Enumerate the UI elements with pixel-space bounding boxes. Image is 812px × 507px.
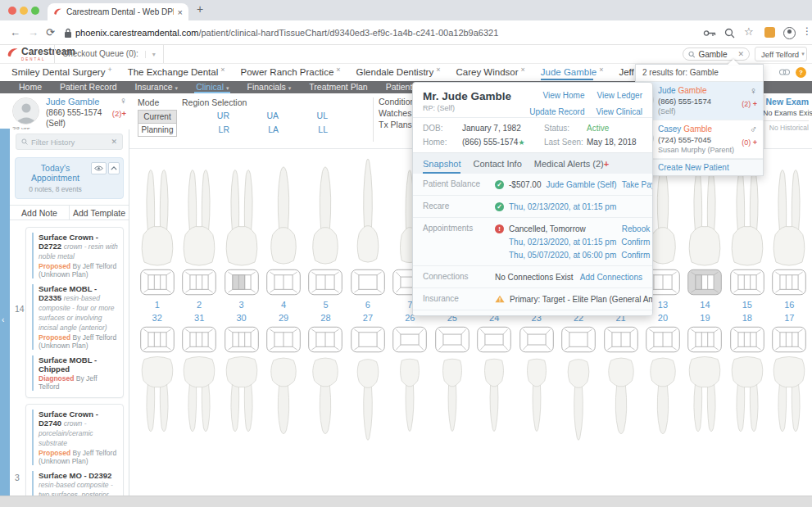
patient-tab-smiley-dental-surgery[interactable]: Smiley Dental Surgery+ (11, 66, 112, 81)
visibility-toggle-button[interactable] (91, 162, 107, 174)
horizontal-scrollbar[interactable] (0, 496, 812, 507)
lower-occlusal-surface[interactable] (601, 324, 641, 355)
nav-item-financials[interactable]: Financials▾ (238, 81, 300, 93)
lower-occlusal-surface[interactable] (685, 324, 724, 355)
password-key-icon[interactable] (703, 29, 716, 37)
lower-occlusal-surface[interactable] (517, 324, 556, 355)
history-item[interactable]: Surface Crown - D2722 crown - resin with… (32, 233, 119, 278)
patient-name-link[interactable]: Jude Gamble (46, 97, 99, 106)
forward-icon[interactable]: → (28, 20, 39, 45)
region-ll-link[interactable]: LL (300, 124, 328, 134)
history-item[interactable]: Surface Crown - D2740 crown - porcelain/… (32, 410, 119, 465)
region-ua-link[interactable]: UA (251, 111, 279, 120)
card-tab-medical-alerts-2-[interactable]: Medical Alerts (2)+ (534, 159, 609, 174)
add-icon[interactable]: + (107, 66, 111, 74)
lower-occlusal-surface[interactable] (643, 324, 683, 355)
patient-tab-power-ranch-practice[interactable]: Power Ranch Practice× (241, 66, 341, 81)
upper-tooth-number[interactable]: 3 (239, 298, 244, 311)
upper-tooth-number[interactable]: 6 (365, 298, 370, 311)
region-ul-link[interactable]: UL (300, 111, 328, 120)
upper-occlusal-surface[interactable] (728, 267, 767, 298)
lower-occlusal-surface[interactable] (222, 324, 261, 355)
bookmark-star-icon[interactable]: ☆ (744, 25, 754, 38)
nav-item-patient-record[interactable]: Patient Record (51, 81, 125, 93)
lower-occlusal-surface[interactable] (348, 324, 388, 355)
card-tab-snapshot[interactable]: Snapshot (423, 159, 460, 174)
upper-occlusal-surface[interactable] (222, 267, 261, 298)
help-icon[interactable]: ? (796, 67, 806, 78)
upper-occlusal-surface[interactable] (306, 267, 345, 298)
lower-occlusal-surface[interactable] (474, 324, 514, 355)
upper-occlusal-surface[interactable] (264, 267, 303, 298)
lower-occlusal-surface[interactable] (264, 324, 303, 355)
lower-occlusal-surface[interactable] (559, 324, 598, 355)
filter-history-box[interactable]: ✕ (16, 134, 123, 150)
lower-occlusal-surface[interactable] (138, 324, 177, 355)
search-input[interactable] (698, 50, 734, 59)
history-item[interactable]: Surface MOBL - ChippedDiagnosed By Jeff … (32, 355, 119, 391)
upper-tooth-number[interactable]: 4 (281, 298, 286, 311)
lower-occlusal-surface[interactable] (769, 324, 809, 355)
view-ledger-link[interactable]: View Ledger (597, 91, 642, 100)
nav-item-insurance[interactable]: Insurance▾ (125, 81, 187, 93)
add-connections-link[interactable]: Add Connections (580, 273, 642, 282)
region-ur-link[interactable]: UR (202, 111, 229, 120)
lower-tooth-number[interactable]: 18 (742, 311, 752, 324)
extension-icon[interactable] (764, 27, 775, 38)
view-home-link[interactable]: View Home (543, 91, 585, 100)
lower-occlusal-surface[interactable] (433, 324, 472, 355)
lower-occlusal-surface[interactable] (728, 324, 767, 355)
patient-search-box[interactable]: ✕ (683, 48, 750, 61)
lower-tooth-number[interactable]: 19 (700, 311, 710, 324)
zoom-icon[interactable] (724, 28, 735, 38)
upper-occlusal-surface[interactable] (138, 267, 177, 298)
new-exam-link[interactable]: New Exam (763, 97, 809, 106)
lower-occlusal-surface[interactable] (179, 324, 219, 355)
lower-tooth-number[interactable]: 27 (363, 311, 373, 324)
medical-alerts-badge[interactable]: (2)+ (112, 109, 126, 118)
link-icon[interactable] (779, 69, 790, 75)
lower-occlusal-surface[interactable] (390, 324, 429, 355)
lower-tooth-number[interactable]: 32 (152, 311, 162, 324)
clear-filter-icon[interactable]: ✕ (111, 138, 117, 146)
minimize-window-button[interactable] (20, 7, 28, 15)
checkout-queue-dropdown[interactable]: Checkout Queue (0):▾ (54, 45, 164, 63)
upper-occlusal-surface[interactable] (685, 267, 724, 298)
add-note-button[interactable]: Add Note (10, 206, 70, 220)
upper-tooth-number[interactable]: 15 (742, 298, 752, 311)
todays-appointment-card[interactable]: Today's Appointment 0 notes, 8 events (15, 157, 124, 199)
mode-current-button[interactable]: Current (138, 110, 177, 124)
upper-occlusal-surface[interactable] (348, 267, 388, 298)
lower-tooth-number[interactable]: 17 (784, 311, 794, 324)
clear-search-icon[interactable]: ✕ (737, 50, 744, 58)
browser-menu-icon[interactable]: ⋮ (802, 25, 812, 37)
reload-icon[interactable]: ⟳ (46, 20, 55, 45)
new-tab-button[interactable]: + (197, 2, 203, 16)
close-window-button[interactable] (8, 7, 16, 15)
add-template-button[interactable]: Add Template (70, 206, 129, 220)
rebook-link[interactable]: Rebook (622, 224, 650, 233)
history-item[interactable]: Surface MOBL - D2335 resin-based composi… (32, 284, 119, 350)
close-icon[interactable]: × (336, 66, 340, 74)
close-tab-icon[interactable]: × (178, 7, 183, 17)
upper-tooth-number[interactable]: 13 (658, 298, 668, 311)
view-clinical-link[interactable]: View Clinical (596, 107, 642, 116)
lower-tooth-number[interactable]: 31 (194, 311, 204, 324)
nav-item-treatment-plan[interactable]: Treatment Plan (300, 81, 376, 93)
card-tab-contact-info[interactable]: Contact Info (473, 159, 521, 174)
confirm-link[interactable]: Confirm (621, 251, 650, 260)
close-icon[interactable]: × (521, 66, 525, 74)
lower-tooth-number[interactable]: 30 (236, 311, 246, 324)
history-item[interactable]: Surface MO - D2392 resin-based composite… (32, 471, 119, 496)
back-icon[interactable]: ← (10, 20, 20, 45)
patient-tab-the-exchange-dental[interactable]: The Exchange Dental× (128, 66, 225, 81)
patient-tab-glendale-dentistry[interactable]: Glendale Dentistry× (356, 66, 441, 81)
region-lr-link[interactable]: LR (202, 124, 229, 134)
lower-tooth-number[interactable]: 20 (658, 311, 668, 324)
card-line-link[interactable]: Thu, 05/07/2020, at 06:00 pm (509, 251, 616, 260)
search-result[interactable]: Jude Gamble(866) 555-1574(Self)♀(2) + (636, 82, 763, 120)
region-la-link[interactable]: LA (251, 124, 279, 134)
upper-tooth-number[interactable]: 1 (155, 298, 160, 311)
confirm-link[interactable]: Confirm (621, 238, 650, 247)
browser-profile-icon[interactable] (783, 27, 796, 39)
